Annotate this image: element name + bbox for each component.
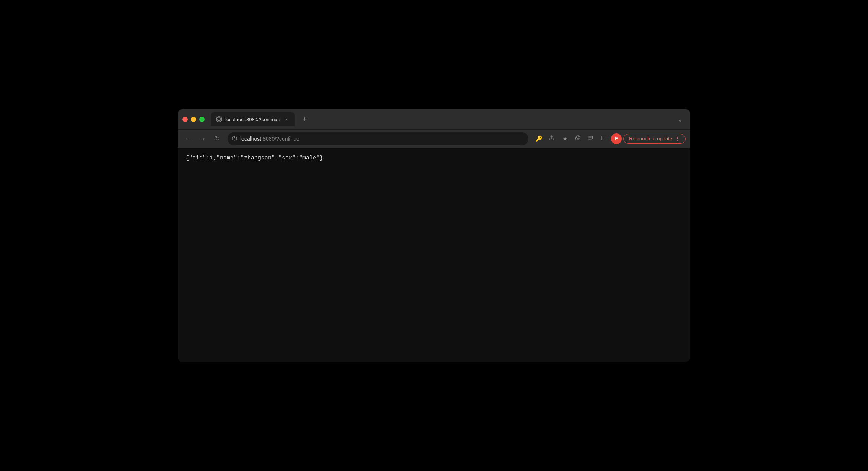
address-text: localhost:8080/?continue bbox=[240, 136, 299, 142]
forward-icon: → bbox=[200, 135, 206, 142]
minimize-button[interactable] bbox=[191, 117, 196, 122]
url-host: localhost bbox=[240, 136, 261, 142]
extensions-button[interactable] bbox=[572, 133, 584, 145]
back-button[interactable]: ← bbox=[182, 133, 194, 145]
profile-avatar[interactable]: E bbox=[611, 133, 622, 144]
profile-initial: E bbox=[615, 136, 618, 141]
sidebar-icon bbox=[601, 135, 607, 142]
star-icon: ★ bbox=[562, 135, 567, 142]
sidebar-button[interactable] bbox=[598, 133, 610, 145]
page-content: {"sid":1,"name":"zhangsan","sex":"male"} bbox=[178, 148, 690, 362]
active-tab[interactable]: localhost:8080/?continue × bbox=[211, 112, 295, 126]
tab-favicon bbox=[216, 116, 222, 122]
key-icon-button[interactable]: 🔑 bbox=[533, 133, 545, 145]
svg-rect-8 bbox=[592, 136, 593, 139]
reload-icon: ↻ bbox=[215, 135, 220, 142]
nav-actions: 🔑 ★ bbox=[533, 133, 686, 145]
json-response: {"sid":1,"name":"zhangsan","sex":"male"} bbox=[185, 154, 683, 163]
title-bar: localhost:8080/?continue × + ⌄ bbox=[178, 109, 690, 129]
reload-button[interactable]: ↻ bbox=[211, 133, 223, 145]
forward-button[interactable]: → bbox=[197, 133, 208, 145]
puzzle-icon bbox=[575, 135, 581, 142]
back-icon: ← bbox=[185, 135, 191, 142]
svg-rect-9 bbox=[601, 136, 606, 140]
address-bar[interactable]: localhost:8080/?continue bbox=[228, 132, 528, 145]
more-icon: ⋮ bbox=[675, 136, 680, 142]
relaunch-button[interactable]: Relaunch to update ⋮ bbox=[623, 134, 686, 144]
browser-window: localhost:8080/?continue × + ⌄ ← → ↻ bbox=[178, 109, 690, 362]
svg-rect-5 bbox=[588, 136, 592, 137]
maximize-button[interactable] bbox=[199, 117, 205, 122]
tab-title: localhost:8080/?continue bbox=[225, 117, 280, 122]
svg-rect-6 bbox=[588, 138, 592, 138]
tabs-dropdown-button[interactable]: ⌄ bbox=[675, 114, 686, 125]
tab-close-button[interactable]: × bbox=[283, 116, 289, 122]
secure-icon bbox=[232, 136, 237, 142]
url-path: :8080/?continue bbox=[261, 136, 299, 142]
new-tab-button[interactable]: + bbox=[299, 114, 310, 125]
relaunch-label: Relaunch to update bbox=[629, 136, 672, 141]
svg-rect-7 bbox=[588, 139, 592, 140]
reading-list-icon bbox=[588, 135, 594, 142]
share-button[interactable] bbox=[546, 133, 558, 145]
key-icon: 🔑 bbox=[535, 135, 543, 142]
share-icon bbox=[549, 135, 555, 142]
close-button[interactable] bbox=[182, 117, 188, 122]
nav-bar: ← → ↻ localhost:8080/?continue 🔑 bbox=[178, 129, 690, 148]
bookmark-button[interactable]: ★ bbox=[559, 133, 571, 145]
reading-list-button[interactable] bbox=[585, 133, 597, 145]
traffic-lights bbox=[182, 117, 205, 122]
